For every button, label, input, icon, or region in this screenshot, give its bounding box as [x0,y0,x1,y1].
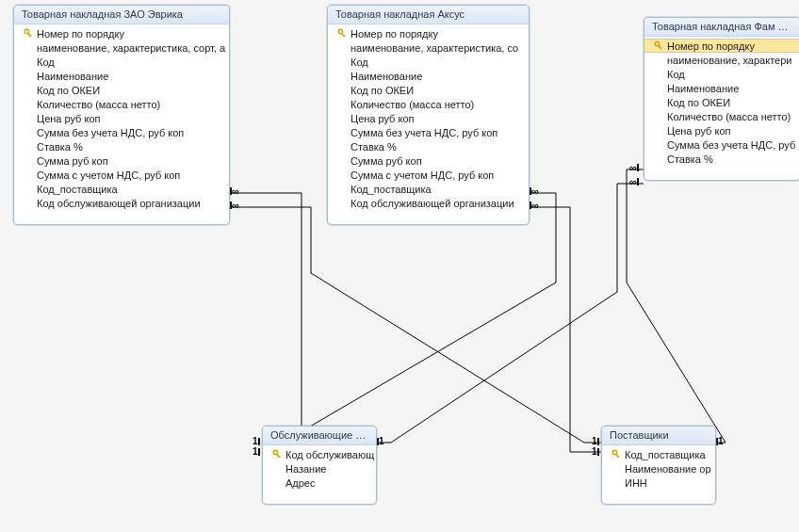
table-title[interactable]: Обслуживающие о... [263,427,376,445]
table-evrika[interactable]: Товарная накладная ЗАО Эврика Номер по п… [13,5,230,225]
field-label: Код [665,69,685,80]
field-label: Ставка % [665,153,713,165]
field-label: Сумма без учета НДС, руб коп [35,127,184,138]
rel-end-one: 1 [377,437,384,446]
field-row[interactable]: наименование, характеристика, сорт, а [14,40,229,55]
field-label: наименование, характеристика, со [349,42,518,54]
field-row[interactable]: наименование, характери [644,53,799,67]
key-slot [335,28,349,39]
field-row[interactable]: Код по ОКЕИ [328,83,529,97]
field-row[interactable]: Количество (масса нетто) [644,109,799,123]
field-row[interactable]: Сумма с учетом НДС, руб коп [14,168,229,182]
field-row[interactable]: Сумма руб коп [14,153,229,168]
rel-end-many: ∞ [530,186,539,196]
field-row[interactable]: Ставка % [14,139,229,153]
rel-end-many: ∞ [530,201,539,210]
field-label: Цена руб коп [349,113,415,124]
field-row[interactable]: наименование, характеристика, со [328,40,529,55]
field-label: Сумма с учетом НДС, руб коп [35,169,180,181]
field-row[interactable]: Цена руб коп [644,123,799,137]
field-row[interactable]: Код_поставщика [328,182,529,196]
rel-end-many: ∞ [629,163,639,172]
field-row[interactable]: Код обслуживающей организации [328,196,529,210]
field-row[interactable]: Код обслуживающей организации [14,196,229,210]
table-service-org[interactable]: Обслуживающие о... Код обслуживающНазани… [262,426,377,505]
table-title[interactable]: Товарная накладная Аксус [328,6,529,24]
field-row[interactable]: Код по ОКЕИ [14,83,229,97]
field-row[interactable]: Код по ОКЕИ [644,95,799,109]
field-label: ИНН [623,477,647,489]
field-label: Код_поставщика [623,449,706,460]
table-fields: Номер по порядкунаименование, характериК… [644,37,799,169]
field-row[interactable]: Код [14,55,229,69]
field-row[interactable]: Наименование [328,69,529,83]
field-row[interactable]: ИНН [602,476,715,490]
field-row[interactable]: Назание [263,461,376,476]
field-label: Код по ОКЕИ [35,85,100,96]
field-label: Номер по порядку [35,28,124,40]
field-label: Код обслуживающей организации [349,198,514,209]
field-row[interactable]: Количество (масса нетто) [328,97,529,111]
field-label: Наименование [349,71,422,82]
table-fields: Номер по порядкунаименование, характерис… [328,24,529,214]
table-title[interactable]: Товарная накладная ЗАО Эврика [14,6,229,24]
field-row[interactable]: Код_поставщика [14,182,229,196]
rel-end-one: 1 [253,437,260,446]
rel-end-one: 1 [592,437,599,446]
rel-end-many: ∞ [230,201,239,210]
field-row[interactable]: Цена руб коп [14,111,229,125]
field-label: Код [349,56,368,68]
table-fields: Код обслуживающНазаниеАдрес [263,445,376,493]
field-row[interactable]: Код [328,55,529,69]
primary-key-icon [24,28,34,39]
field-label: Код обслуживающ [284,449,374,460]
primary-key-icon [337,28,348,39]
field-label: Код [35,56,55,68]
field-label: Сумма руб коп [349,155,422,167]
primary-key-icon [272,449,283,459]
field-row[interactable]: Наименование [644,81,799,95]
field-row[interactable]: Цена руб коп [328,111,529,125]
field-label: Номер по порядку [665,40,755,52]
field-row-pk[interactable]: Код_поставщика [602,447,715,461]
table-aksus[interactable]: Товарная накладная Аксус Номер по порядк… [327,5,530,225]
rel-end-one: 1 [592,447,599,457]
field-label: Количество (масса нетто) [349,99,474,110]
field-row-pk[interactable]: Номер по порядку [328,26,529,40]
key-slot [22,28,35,39]
field-row[interactable]: Количество (масса нетто) [14,97,229,111]
field-row[interactable]: Наименование ор [602,461,715,476]
field-label: Количество (масса нетто) [665,111,791,122]
table-title[interactable]: Товарная накладная Фам копи [644,18,799,37]
field-label: Номер по порядку [349,28,438,40]
field-row-pk[interactable]: Код обслуживающ [263,447,376,461]
rel-end-many: ∞ [230,186,239,196]
field-label: наименование, характери [665,55,791,66]
field-row[interactable]: Ставка % [644,152,799,166]
field-row[interactable]: Код [644,67,799,81]
key-slot [652,40,665,51]
field-row[interactable]: Ставка % [328,139,529,153]
field-label: Цена руб коп [35,113,101,124]
table-suppliers[interactable]: Поставщики Код_поставщикаНаименование ор… [601,426,716,505]
rel-end-one: 1 [253,447,260,457]
field-row[interactable]: Сумма без учета НДС, руб коп [328,125,529,139]
field-row[interactable]: Наименование [14,69,229,83]
field-label: Адрес [284,477,316,489]
field-row[interactable]: Адрес [263,476,376,490]
relationships-canvas[interactable]: ∞ ∞ ∞ ∞ ∞ ∞ 1 1 1 1 1 1 Товарная накладн… [0,0,799,532]
field-row[interactable]: Сумма без учета НДС, руб коп [14,125,229,139]
field-row-pk[interactable]: Номер по порядку [644,39,799,53]
table-title[interactable]: Поставщики [602,427,715,445]
field-label: Наименование [35,71,108,82]
field-label: Наименование ор [623,463,711,475]
svg-point-12 [612,450,616,454]
field-row[interactable]: Сумма без учета НДС, руб [644,137,799,152]
rel-end-one: 1 [716,437,724,446]
table-fields: Код_поставщикаНаименование орИНН [602,445,715,493]
field-label: Наименование [665,83,739,94]
field-row[interactable]: Сумма с учетом НДС, руб коп [328,168,529,182]
table-fam[interactable]: Товарная накладная Фам копи Номер по пор… [644,17,799,181]
field-row[interactable]: Сумма руб коп [328,153,529,168]
field-row-pk[interactable]: Номер по порядку [14,26,229,40]
